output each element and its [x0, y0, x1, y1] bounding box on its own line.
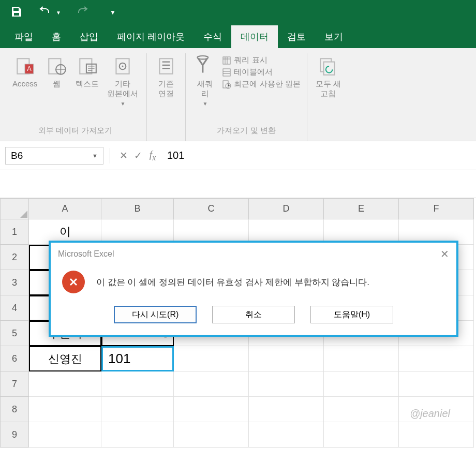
name-box[interactable]: B6 ▼ — [5, 147, 103, 165]
cell[interactable] — [101, 422, 174, 448]
row-header[interactable]: 3 — [0, 270, 29, 295]
ribbon-tabs: 파일 홈 삽입 페이지 레이아웃 수식 데이터 검토 보기 — [0, 25, 476, 48]
cell[interactable] — [399, 371, 474, 397]
undo-icon[interactable] — [38, 6, 51, 20]
tab-page-layout[interactable]: 페이지 레이아웃 — [108, 25, 194, 48]
cell[interactable] — [324, 397, 399, 422]
label: 기존 연결 — [158, 79, 174, 99]
show-queries-button[interactable]: 쿼리 표시 — [222, 55, 300, 65]
cancel-button[interactable]: 취소 — [212, 306, 295, 323]
tab-formula[interactable]: 수식 — [194, 25, 231, 48]
row-header[interactable]: 4 — [0, 295, 29, 321]
sheet-row: 9 — [0, 422, 476, 448]
label: 모두 새 고침 — [316, 79, 341, 99]
watermark: @jeaniel — [410, 408, 450, 420]
retry-button[interactable]: 다시 시도(R) — [114, 306, 197, 323]
tab-file[interactable]: 파일 — [5, 25, 42, 48]
help-button[interactable]: 도움말(H) — [310, 306, 393, 323]
col-header-b[interactable]: B — [101, 198, 174, 219]
col-header-e[interactable]: E — [324, 198, 399, 219]
col-header-a[interactable]: A — [29, 198, 101, 219]
redo-icon — [77, 6, 89, 20]
tab-insert[interactable]: 삽입 — [70, 25, 108, 48]
close-button[interactable]: ✕ — [440, 248, 449, 260]
cell[interactable] — [324, 422, 399, 448]
row-header[interactable]: 5 — [0, 321, 29, 346]
dialog-title: Microsoft Excel — [58, 249, 114, 259]
from-access-button[interactable]: A Access — [10, 53, 39, 90]
select-all-corner[interactable] — [0, 198, 29, 219]
quick-access-toolbar: ▼ ▼ — [0, 0, 476, 25]
row-header[interactable]: 1 — [0, 219, 29, 245]
cell[interactable] — [399, 346, 474, 371]
cell[interactable] — [249, 422, 324, 448]
save-icon[interactable] — [10, 6, 23, 20]
recent-sources-button[interactable]: 최근에 사용한 원본 — [222, 79, 300, 89]
cell[interactable] — [249, 346, 324, 371]
col-header-d[interactable]: D — [249, 198, 324, 219]
new-query-button[interactable]: 새쿼 리 ▼ — [192, 53, 218, 109]
formula-input[interactable]: 101 — [160, 150, 476, 161]
name-box-value: B6 — [11, 150, 23, 161]
tab-data[interactable]: 데이터 — [231, 25, 278, 48]
svg-rect-3 — [49, 58, 61, 73]
from-web-button[interactable]: 웹 — [43, 53, 69, 91]
svg-text:A: A — [27, 65, 32, 72]
ribbon: A Access 웹 텍스트 기타 원본에서 ▼ 외부 데이터 가져오기 — [0, 48, 476, 141]
cell[interactable] — [29, 422, 101, 448]
cell[interactable] — [101, 371, 174, 397]
row-header[interactable]: 6 — [0, 346, 29, 371]
cell[interactable] — [174, 422, 249, 448]
from-table-button[interactable]: 테이블에서 — [222, 67, 300, 77]
sheet-row: 8 — [0, 397, 476, 422]
label: 쿼리 표시 — [234, 55, 267, 65]
tab-home[interactable]: 홈 — [42, 25, 70, 48]
chevron-down-icon: ▼ — [120, 101, 125, 107]
cell[interactable] — [101, 397, 174, 422]
dialog-message: 이 값은 이 셀에 정의된 데이터 유효성 검사 제한에 부합하지 않습니다. — [96, 276, 369, 288]
label: Access — [12, 79, 37, 88]
col-header-f[interactable]: F — [399, 198, 474, 219]
cell[interactable] — [399, 422, 474, 448]
row-header[interactable]: 7 — [0, 371, 29, 397]
cell[interactable] — [174, 397, 249, 422]
cell[interactable] — [29, 397, 101, 422]
cell[interactable]: 신영진 — [29, 346, 101, 371]
validation-error-dialog: Microsoft Excel ✕ 이 값은 이 셀에 정의된 데이터 유효성 … — [49, 241, 458, 337]
ribbon-group-get-transform: 새쿼 리 ▼ 쿼리 표시 테이블에서 최근에 사용한 원본 가져오기 및 변환 — [186, 53, 307, 141]
svg-point-9 — [122, 65, 124, 67]
formula-bar: B6 ▼ ✕ ✓ fx 101 — [0, 141, 476, 170]
refresh-all-button[interactable]: 모두 새 고침 — [314, 53, 343, 101]
cell[interactable] — [249, 397, 324, 422]
group-label: 가져오기 및 변환 — [217, 123, 275, 141]
cell[interactable] — [29, 371, 101, 397]
cell[interactable] — [174, 346, 249, 371]
row-header[interactable]: 2 — [0, 245, 29, 270]
editing-cell[interactable]: 101 — [101, 346, 174, 371]
label: 기타 원본에서 — [107, 79, 138, 99]
label: 최근에 사용한 원본 — [234, 79, 300, 89]
existing-connections-button[interactable]: 기존 연결 — [153, 53, 179, 101]
chevron-down-icon[interactable]: ▼ — [92, 153, 98, 159]
tab-review[interactable]: 검토 — [278, 25, 315, 48]
from-other-button[interactable]: 기타 원본에서 ▼ — [105, 53, 140, 109]
enter-formula-button[interactable]: ✓ — [131, 150, 145, 161]
undo-dropdown-icon[interactable]: ▼ — [56, 10, 61, 16]
cancel-formula-button[interactable]: ✕ — [116, 150, 131, 161]
group-label: 외부 데이터 가져오기 — [38, 123, 112, 141]
fx-button[interactable]: fx — [145, 149, 160, 162]
row-header[interactable]: 9 — [0, 422, 29, 448]
label: 웹 — [53, 79, 61, 89]
col-header-c[interactable]: C — [174, 198, 249, 219]
label: 새쿼 리 — [197, 79, 213, 99]
row-header[interactable]: 8 — [0, 397, 29, 422]
cell[interactable] — [324, 346, 399, 371]
svg-point-11 — [198, 56, 209, 59]
cell[interactable] — [174, 371, 249, 397]
from-text-button[interactable]: 텍스트 — [73, 53, 101, 91]
label: 테이블에서 — [234, 67, 273, 77]
tab-view[interactable]: 보기 — [315, 25, 352, 48]
cell[interactable] — [324, 371, 399, 397]
customize-qat-icon[interactable]: ▼ — [110, 9, 116, 16]
cell[interactable] — [249, 371, 324, 397]
